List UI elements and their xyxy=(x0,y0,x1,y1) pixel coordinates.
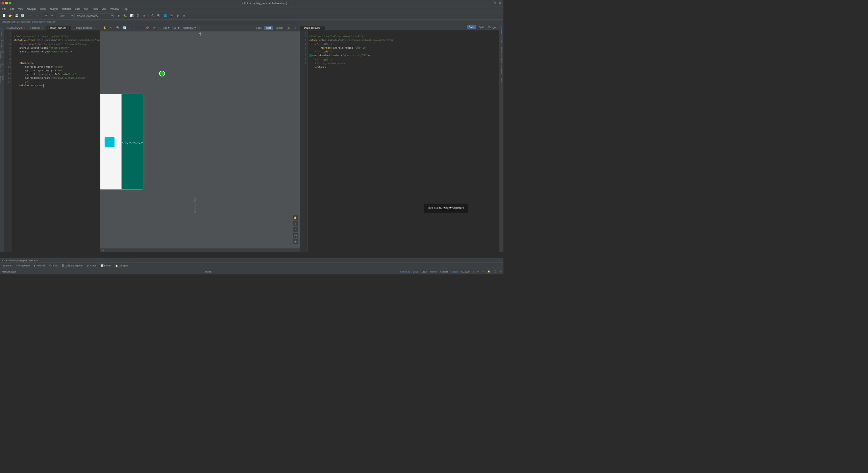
breadcrumb-main[interactable]: main xyxy=(21,21,26,23)
breadcrumb-res[interactable]: res xyxy=(27,21,30,23)
tab-shape-circle-right[interactable]: X shape_circle.xml ✕ xyxy=(300,26,325,30)
window-controls[interactable]: ─ □ ✕ xyxy=(488,1,502,5)
code-tab-right[interactable]: Code xyxy=(467,25,476,29)
help-button[interactable]: ? xyxy=(293,25,298,30)
device-file-explorer-tab[interactable]: Device File Explorer xyxy=(500,45,503,65)
todo-button[interactable]: ☰ TODO xyxy=(1,264,14,267)
forward-button[interactable]: → xyxy=(35,13,40,18)
menu-refactor[interactable]: Refactor xyxy=(60,7,73,11)
terminal-button[interactable]: ▶ Terminal xyxy=(32,264,47,267)
pixel-label: Pixel xyxy=(162,26,167,29)
gradle-tab[interactable]: Gradle xyxy=(500,36,503,44)
save-button[interactable]: 💾 xyxy=(14,13,19,18)
tab-shape-circle[interactable]: X shape_circle.xml ✕ xyxy=(72,26,97,30)
design-back-button[interactable]: ← xyxy=(131,25,137,30)
fit-screen-button[interactable]: ⊞ xyxy=(293,239,298,244)
tab-mainactivity[interactable]: K MainActivity.kt ✕ xyxy=(4,26,28,30)
design-tab-center[interactable]: Design xyxy=(274,26,285,30)
menu-vcs[interactable]: VCS xyxy=(100,7,108,11)
redo-button[interactable]: ↪ xyxy=(49,13,55,18)
design-fwd-button[interactable]: → xyxy=(138,25,143,30)
run-config-dropdown[interactable]: APP xyxy=(58,13,73,18)
menu-window[interactable]: Window xyxy=(109,7,120,11)
design-zoom-button[interactable]: 🔍 xyxy=(115,25,121,30)
search-button[interactable]: 🔍 xyxy=(156,13,162,18)
sonar-icon[interactable]: S xyxy=(473,270,474,273)
maximize-button[interactable]: □ xyxy=(493,1,497,5)
menu-tools[interactable]: Tools xyxy=(91,7,99,11)
github-tab[interactable]: GitHub xyxy=(500,76,503,84)
problems-button[interactable]: ● 6: Problems xyxy=(15,264,32,267)
coverage-button[interactable]: 📊 xyxy=(129,13,134,18)
left-code-area: 1234567891011121314 <?xml version="1.0" … xyxy=(4,30,100,252)
design-refresh2-button[interactable]: ↺ xyxy=(151,25,156,30)
logcat-button[interactable]: 📋 6: Logcat xyxy=(114,264,130,267)
git-icon[interactable]: ⎇ xyxy=(499,270,502,273)
minimize-button[interactable]: ─ xyxy=(488,1,492,5)
undo-button[interactable]: ↩ xyxy=(43,13,49,18)
status-layout-btn[interactable]: Layout xyxy=(451,270,458,273)
menu-navigate[interactable]: Navigate xyxy=(25,7,38,11)
warning-button[interactable]: ⚠ xyxy=(286,25,292,30)
kotlin-dropdown[interactable]: Kotlintest ▼ xyxy=(182,26,198,30)
split-tab-center[interactable]: Split xyxy=(264,26,273,30)
avd-button[interactable]: 📱 xyxy=(169,13,174,18)
design-pin-button[interactable]: 📌 xyxy=(144,25,150,30)
code-content-right[interactable]: <?xml version="1.0" encoding="utf-8"?> <… xyxy=(307,30,499,252)
menu-edit[interactable]: Edit xyxy=(8,7,16,11)
sdk-button[interactable]: ⚙ xyxy=(175,13,180,18)
menu-analyze[interactable]: Analyze xyxy=(48,7,60,11)
attributes-tab[interactable]: Attributes xyxy=(500,25,503,36)
favorites-tab[interactable]: 2: Favorites xyxy=(0,62,4,74)
breadcrumb-layout[interactable]: layout xyxy=(32,21,38,23)
build-button[interactable]: 🔨 xyxy=(150,13,155,18)
profiler-button[interactable]: 📊 Profiler xyxy=(99,264,113,267)
debug-button[interactable]: 🐛 xyxy=(123,13,128,18)
stop-button[interactable]: ■ xyxy=(142,13,147,18)
open-button[interactable]: 📂 xyxy=(7,13,13,18)
close-button[interactable]: ✕ xyxy=(498,1,502,5)
menu-code[interactable]: Code xyxy=(39,7,47,11)
breadcrumb-app[interactable]: app xyxy=(11,21,15,23)
zoom-in-button[interactable]: + xyxy=(293,221,298,227)
tab-activity-main[interactable]: X activity_main.xml ✕ xyxy=(46,26,72,30)
breadcrumb-src[interactable]: src xyxy=(17,21,20,23)
zoom-out-button[interactable]: − xyxy=(293,227,298,232)
menu-build[interactable]: Build xyxy=(73,7,82,11)
tab-attrs[interactable]: X attrs.xml ✕ xyxy=(28,26,45,30)
emulator-tab[interactable]: Emulator xyxy=(500,65,503,75)
project-panel-tab[interactable]: 1: Project xyxy=(0,26,4,38)
menu-view[interactable]: View xyxy=(17,7,25,11)
pixel-dropdown[interactable]: Pixel ▼ xyxy=(160,26,171,30)
build-variants-tab[interactable]: Build Variants xyxy=(0,74,4,86)
menu-help[interactable]: Help xyxy=(121,7,129,11)
design-select-button[interactable]: ↖ xyxy=(108,25,114,30)
profile-button[interactable]: ⏱ xyxy=(135,13,141,18)
menu-file[interactable]: File xyxy=(1,7,7,11)
code-content-left[interactable]: <?xml version="1.0" encoding="utf-8"?> <… xyxy=(12,30,100,252)
menu-run[interactable]: Run xyxy=(82,7,90,11)
design-refresh-button[interactable]: 🔄 xyxy=(122,25,127,30)
device-dropdown[interactable]: XIAOMI M2006J10C xyxy=(74,13,114,18)
sync-button[interactable]: 🔄 xyxy=(20,13,25,18)
build-button-bottom[interactable]: 🔨 Build xyxy=(47,264,59,267)
database-inspector-button[interactable]: 🗄 Database Inspector xyxy=(60,264,85,267)
run-button[interactable]: ▶ xyxy=(117,13,122,18)
split-tab-right[interactable]: Split xyxy=(477,25,486,29)
status-event-log[interactable]: Event Log xyxy=(400,270,410,273)
zoom-reset-button[interactable]: 1:1 xyxy=(293,233,298,238)
zoom-dropdown[interactable]: 30 ▼ xyxy=(172,26,181,30)
breadcrumb-file[interactable]: activity_main.xml xyxy=(39,21,55,23)
design-move-button[interactable]: ✋ xyxy=(102,25,107,30)
code-tab-center[interactable]: Code xyxy=(254,26,264,30)
back-button[interactable]: ← xyxy=(28,13,34,18)
z-structure-tab[interactable]: Z-Structure xyxy=(0,50,4,62)
structure-tab[interactable]: Structure xyxy=(0,38,4,50)
translate-button[interactable]: 🌐 xyxy=(163,13,168,18)
design-tab-right[interactable]: Design xyxy=(486,25,497,29)
run-button-bottom[interactable]: ▶ 4: Run xyxy=(86,264,98,267)
new-file-button[interactable]: 📄 xyxy=(1,13,6,18)
settings-button[interactable]: ⚙ xyxy=(181,13,187,18)
breadcrumb-kotlintest[interactable]: kotlintest xyxy=(2,21,10,23)
hand-tool-button[interactable]: ✋ xyxy=(293,215,298,220)
